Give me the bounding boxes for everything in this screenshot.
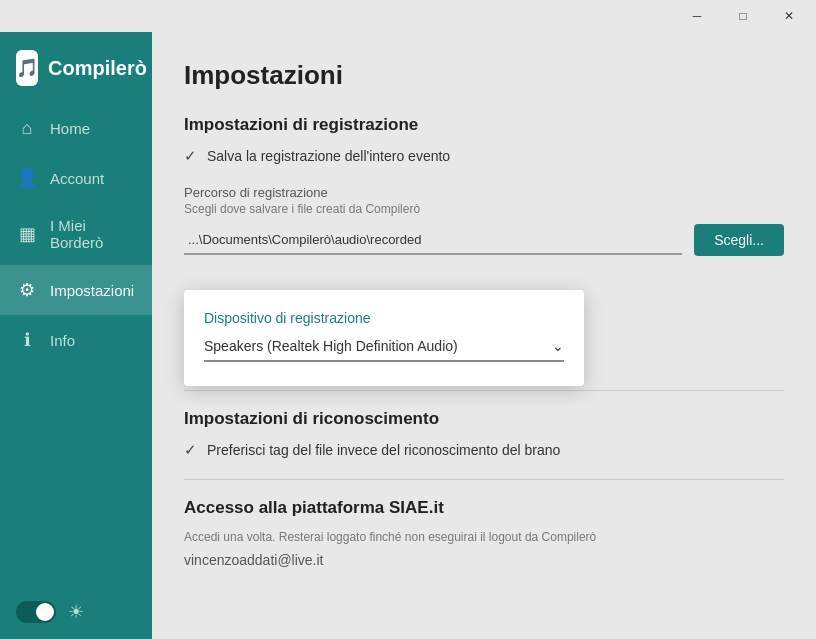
path-input[interactable] bbox=[184, 226, 682, 255]
device-dropdown-selected: Speakers (Realtek High Definition Audio) bbox=[204, 338, 458, 354]
sidebar-item-home[interactable]: ⌂ Home bbox=[0, 104, 152, 153]
save-recording-checkbox-row[interactable]: ✓ Salva la registrazione dell'intero eve… bbox=[184, 147, 784, 165]
home-icon: ⌂ bbox=[16, 118, 38, 139]
sidebar-item-info[interactable]: ℹ Info bbox=[0, 315, 152, 365]
recognition-check-icon: ✓ bbox=[184, 441, 197, 459]
divider-1 bbox=[184, 390, 784, 391]
path-row: Scegli... bbox=[184, 224, 784, 256]
device-dropdown-label: Dispositivo di registrazione bbox=[204, 310, 564, 326]
sun-icon: ☀ bbox=[68, 601, 84, 623]
path-field-sublabel: Scegli dove salvare i file creati da Com… bbox=[184, 202, 784, 216]
recognition-section-title: Impostazioni di riconoscimento bbox=[184, 409, 784, 429]
bordero-icon: ▦ bbox=[16, 223, 38, 245]
sidebar: 🎵 Compilerò ⌂ Home 👤 Account ▦ I Miei Bo… bbox=[0, 32, 152, 639]
recognition-checkbox-row[interactable]: ✓ Preferisci tag del file invece del ric… bbox=[184, 441, 784, 459]
device-dropdown-select[interactable]: Speakers (Realtek High Definition Audio)… bbox=[204, 338, 564, 362]
divider-2 bbox=[184, 479, 784, 480]
account-icon: 👤 bbox=[16, 167, 38, 189]
sidebar-label-info: Info bbox=[50, 332, 75, 349]
scegli-button[interactable]: Scegli... bbox=[694, 224, 784, 256]
recognition-checkbox-label: Preferisci tag del file invece del ricon… bbox=[207, 442, 560, 458]
save-recording-label: Salva la registrazione dell'intero event… bbox=[207, 148, 450, 164]
path-field-label: Percorso di registrazione bbox=[184, 185, 784, 200]
info-icon: ℹ bbox=[16, 329, 38, 351]
logo-icon: 🎵 bbox=[16, 50, 38, 86]
device-dropdown-popup: Dispositivo di registrazione Speakers (R… bbox=[184, 290, 584, 386]
minimize-button[interactable]: ─ bbox=[674, 0, 720, 32]
siae-section-title: Accesso alla piattaforma SIAE.it bbox=[184, 498, 784, 518]
titlebar: ─ □ ✕ bbox=[0, 0, 816, 32]
theme-toggle[interactable] bbox=[16, 601, 56, 623]
sidebar-item-account[interactable]: 👤 Account bbox=[0, 153, 152, 203]
sidebar-item-impostazioni[interactable]: ⚙ Impostazioni bbox=[0, 265, 152, 315]
recording-section-title: Impostazioni di registrazione bbox=[184, 115, 784, 135]
sidebar-bottom: ☀ bbox=[0, 585, 152, 639]
impostazioni-icon: ⚙ bbox=[16, 279, 38, 301]
check-icon: ✓ bbox=[184, 147, 197, 165]
siae-description: Accedi una volta. Resterai loggato finch… bbox=[184, 530, 784, 544]
maximize-button[interactable]: □ bbox=[720, 0, 766, 32]
close-button[interactable]: ✕ bbox=[766, 0, 812, 32]
page-title: Impostazioni bbox=[184, 60, 784, 91]
main-content: Impostazioni Impostazioni di registrazio… bbox=[152, 32, 816, 639]
logo-text: Compilerò bbox=[48, 57, 147, 80]
chevron-down-icon: ⌄ bbox=[552, 338, 564, 354]
sidebar-label-account: Account bbox=[50, 170, 104, 187]
sidebar-label-bordero: I Miei Borderò bbox=[50, 217, 136, 251]
siae-email: vincenzoaddati@live.it bbox=[184, 552, 784, 568]
sidebar-item-bordero[interactable]: ▦ I Miei Borderò bbox=[0, 203, 152, 265]
app-container: 🎵 Compilerò ⌂ Home 👤 Account ▦ I Miei Bo… bbox=[0, 32, 816, 639]
sidebar-label-impostazioni: Impostazioni bbox=[50, 282, 134, 299]
sidebar-label-home: Home bbox=[50, 120, 90, 137]
siae-section: Accesso alla piattaforma SIAE.it Accedi … bbox=[184, 498, 784, 568]
sidebar-logo: 🎵 Compilerò bbox=[0, 32, 152, 104]
